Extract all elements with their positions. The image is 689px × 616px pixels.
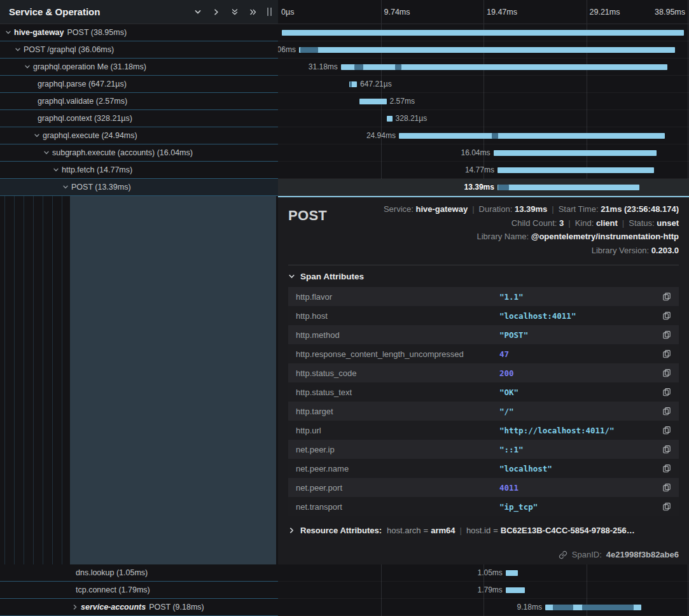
collapse-chevron-icon[interactable] bbox=[62, 184, 71, 190]
span-row[interactable]: graphql.operation Me (31.18ms)31.18ms bbox=[0, 59, 689, 76]
operation-name: dns.lookup (1.05ms) bbox=[76, 568, 148, 577]
copy-button[interactable] bbox=[662, 464, 671, 473]
span-bar-cell[interactable]: 1.79ms bbox=[278, 582, 689, 599]
span-row[interactable]: graphql.context (328.21µs)328.21µs bbox=[0, 110, 689, 127]
copy-button[interactable] bbox=[662, 311, 671, 320]
copy-button[interactable] bbox=[662, 368, 671, 377]
chevron-down-icon[interactable] bbox=[194, 8, 202, 16]
span-row-label-cell[interactable]: POST (13.39ms) bbox=[0, 179, 278, 196]
span-row[interactable]: graphql.validate (2.57ms)2.57ms bbox=[0, 93, 689, 110]
span-row[interactable]: graphql.execute (24.94ms)24.94ms bbox=[0, 127, 689, 144]
timeline-header: 0µs9.74ms19.47ms29.21ms38.95ms bbox=[278, 0, 689, 24]
duration-label: 647.21µs bbox=[360, 76, 392, 92]
copy-button[interactable] bbox=[662, 502, 671, 511]
copy-button[interactable] bbox=[662, 426, 671, 435]
detail-span-title: POST bbox=[288, 202, 327, 257]
operation-name: POST (13.39ms) bbox=[71, 183, 131, 192]
span-row[interactable]: POST /graphql (36.06ms)36.06ms bbox=[0, 41, 689, 59]
duration-label: 328.21µs bbox=[396, 110, 428, 127]
duration-bar[interactable] bbox=[341, 64, 668, 70]
span-row[interactable]: POST (13.39ms)13.39ms bbox=[0, 179, 689, 196]
span-row[interactable]: hive-gatewayPOST (38.95ms) bbox=[0, 24, 689, 41]
timeline-tick: 29.21ms bbox=[590, 0, 620, 24]
span-row-label-cell[interactable]: graphql.execute (24.94ms) bbox=[0, 127, 278, 144]
span-row-label-cell[interactable]: hive-gatewayPOST (38.95ms) bbox=[0, 24, 278, 41]
duration-bar[interactable] bbox=[506, 570, 518, 576]
duration-bar[interactable] bbox=[498, 185, 640, 190]
double-chevron-down-icon[interactable] bbox=[231, 8, 239, 16]
duration-bar[interactable] bbox=[506, 587, 525, 593]
copy-button[interactable] bbox=[662, 445, 671, 454]
copy-button[interactable] bbox=[662, 388, 671, 396]
copy-button[interactable] bbox=[662, 483, 671, 492]
collapse-chevron-icon[interactable] bbox=[15, 46, 24, 53]
span-row[interactable]: service-accountsPOST (9.18ms)9.18ms bbox=[0, 599, 689, 616]
span-bar-cell[interactable]: 31.18ms bbox=[278, 59, 689, 76]
span-row-label-cell[interactable]: graphql.operation Me (31.18ms) bbox=[0, 59, 278, 76]
copy-button[interactable] bbox=[662, 407, 671, 416]
operation-name: POST /graphql (36.06ms) bbox=[24, 45, 114, 54]
duration-bar[interactable] bbox=[299, 47, 675, 53]
collapse-chevron-icon[interactable] bbox=[24, 64, 33, 70]
collapse-chevron-icon[interactable] bbox=[34, 132, 43, 139]
duration-label: 16.04ms bbox=[461, 144, 490, 161]
span-row-label-cell[interactable]: service-accountsPOST (9.18ms) bbox=[0, 599, 278, 616]
chevron-down-icon bbox=[288, 273, 295, 280]
span-meta-line: Service: hive-gateway|Duration: 13.39ms|… bbox=[384, 202, 679, 216]
span-row[interactable]: subgraph.execute (accounts) (16.04ms)16.… bbox=[0, 144, 689, 162]
duration-bar[interactable] bbox=[282, 30, 684, 36]
attribute-value: "localhost" bbox=[499, 464, 552, 473]
span-row[interactable]: dns.lookup (1.05ms)1.05ms bbox=[0, 564, 689, 582]
link-icon[interactable] bbox=[559, 550, 567, 559]
duration-bar[interactable] bbox=[494, 150, 657, 156]
attribute-row: http.method"POST" bbox=[288, 325, 679, 344]
indent-guide bbox=[4, 196, 5, 564]
duration-bar-segment bbox=[582, 605, 634, 610]
copy-icon bbox=[662, 311, 671, 320]
collapse-chevron-icon[interactable] bbox=[43, 150, 52, 156]
span-row-label-cell[interactable]: graphql.parse (647.21µs) bbox=[0, 76, 278, 93]
span-row-label-cell[interactable]: http.fetch (14.77ms) bbox=[0, 162, 278, 179]
span-bar-cell[interactable]: 36.06ms bbox=[278, 41, 689, 59]
span-bar-cell[interactable]: 328.21µs bbox=[278, 110, 689, 127]
duration-bar[interactable] bbox=[399, 133, 665, 139]
detail-strip: POST Service: hive-gateway|Duration: 13.… bbox=[0, 196, 689, 564]
collapse-chevron-icon[interactable] bbox=[5, 29, 14, 36]
duration-bar[interactable] bbox=[359, 99, 387, 104]
duration-bar[interactable] bbox=[387, 116, 392, 122]
span-row-label-cell[interactable]: tcp.connect (1.79ms) bbox=[0, 582, 278, 599]
attribute-key: net.peer.port bbox=[296, 483, 499, 493]
expand-chevron-icon[interactable] bbox=[72, 604, 81, 610]
span-row[interactable]: http.fetch (14.77ms)14.77ms bbox=[0, 162, 689, 179]
span-bar-cell[interactable]: 9.18ms bbox=[278, 599, 689, 616]
copy-button[interactable] bbox=[662, 292, 671, 301]
span-rows-bottom: dns.lookup (1.05ms)1.05mstcp.connect (1.… bbox=[0, 564, 689, 616]
collapse-chevron-icon[interactable] bbox=[53, 167, 62, 173]
panel-resize-grip[interactable] bbox=[267, 8, 272, 16]
span-row-label-cell[interactable]: POST /graphql (36.06ms) bbox=[0, 41, 278, 59]
span-row[interactable]: tcp.connect (1.79ms)1.79ms bbox=[0, 582, 689, 599]
timeline-tick: 9.74ms bbox=[384, 0, 410, 24]
span-bar-cell[interactable] bbox=[278, 24, 689, 41]
span-bar-cell[interactable]: 16.04ms bbox=[278, 144, 689, 162]
duration-bar[interactable] bbox=[498, 167, 654, 173]
span-row-label-cell[interactable]: dns.lookup (1.05ms) bbox=[0, 564, 278, 582]
span-row-label-cell[interactable]: subgraph.execute (accounts) (16.04ms) bbox=[0, 144, 278, 162]
span-bar-cell[interactable]: 2.57ms bbox=[278, 93, 689, 110]
copy-button[interactable] bbox=[662, 349, 671, 358]
span-bar-cell[interactable]: 24.94ms bbox=[278, 127, 689, 144]
span-bar-cell[interactable]: 14.77ms bbox=[278, 162, 689, 179]
span-bar-cell[interactable]: 13.39ms bbox=[278, 179, 689, 196]
copy-icon bbox=[662, 483, 671, 492]
copy-button[interactable] bbox=[662, 330, 671, 339]
attribute-value: 4011 bbox=[499, 483, 518, 493]
resource-attributes-row[interactable]: Resource Attributes: host.arch=arm64|hos… bbox=[288, 526, 679, 535]
chevron-right-icon[interactable] bbox=[212, 8, 220, 16]
double-chevron-right-icon[interactable] bbox=[249, 8, 257, 16]
span-bar-cell[interactable]: 647.21µs bbox=[278, 76, 689, 93]
span-bar-cell[interactable]: 1.05ms bbox=[278, 564, 689, 582]
span-row-label-cell[interactable]: graphql.context (328.21µs) bbox=[0, 110, 278, 127]
span-row[interactable]: graphql.parse (647.21µs)647.21µs bbox=[0, 76, 689, 93]
span-attributes-header[interactable]: Span Attributes bbox=[288, 265, 679, 287]
span-row-label-cell[interactable]: graphql.validate (2.57ms) bbox=[0, 93, 278, 110]
